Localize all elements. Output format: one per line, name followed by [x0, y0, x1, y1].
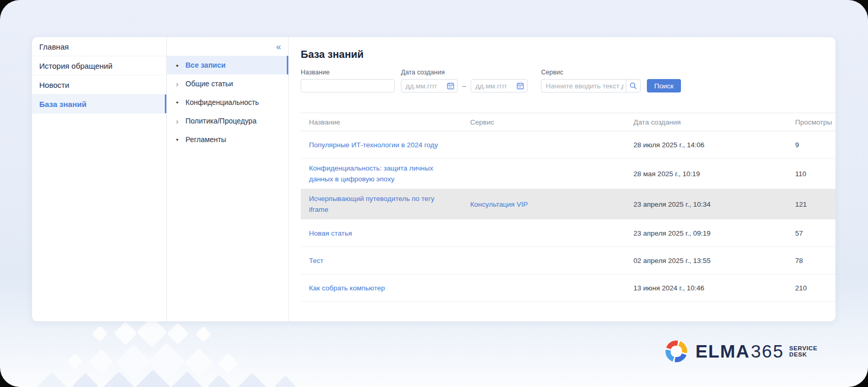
article-link[interactable]: Новая статья: [309, 229, 352, 237]
decor-diamond: [103, 371, 135, 387]
table-row[interactable]: Тест 02 апреля 2025 г., 13:55 78: [301, 247, 835, 274]
main-content: База знаний Название Дата создания: [289, 37, 835, 321]
decor-diamond: [195, 326, 211, 342]
decor-diamond: [72, 373, 99, 387]
name-filter-label: Название: [301, 69, 395, 76]
decor-diamond: [89, 349, 114, 374]
category-item-label: Политика/Процедура: [185, 117, 256, 125]
category-item-label: Все записи: [185, 61, 226, 69]
created-cell: 02 апреля 2025 г., 13:55: [633, 251, 795, 270]
decor-diamond: [207, 375, 230, 387]
search-button[interactable]: Поиск: [647, 79, 680, 92]
decor-diamond: [37, 372, 67, 387]
decor-diamond: [136, 317, 167, 347]
bullet-icon: •: [174, 136, 180, 144]
views-cell: 110: [795, 164, 835, 183]
brand-suffix: SERVICE DESK: [789, 345, 817, 358]
date-from-input[interactable]: [406, 82, 442, 90]
bullet-icon: •: [174, 61, 180, 69]
calendar-icon[interactable]: [517, 82, 524, 89]
category-item[interactable]: • Все записи: [167, 56, 288, 74]
category-item[interactable]: • Конфиденциальность: [167, 93, 288, 112]
views-cell: 121: [795, 195, 835, 214]
sidebar-item-label: История обращений: [39, 61, 113, 70]
sidebar-item[interactable]: Новости: [32, 75, 166, 95]
category-item[interactable]: › Общие статьи: [167, 74, 288, 93]
decor-diamond: [147, 343, 185, 381]
table-row[interactable]: Как собрать компьютер 13 июня 2024 г., 1…: [301, 274, 835, 302]
service-filter-field[interactable]: [541, 79, 641, 92]
category-nav: « • Все записи › Общие статьи •: [167, 37, 289, 321]
decor-diamond: [67, 353, 83, 369]
sidebar-item[interactable]: История обращений: [32, 56, 166, 75]
decor-diamond: [167, 323, 189, 345]
service-filter-input[interactable]: [541, 82, 626, 90]
decor-diamond: [116, 344, 151, 379]
column-header-service: Сервис: [470, 118, 633, 126]
created-cell: 13 июня 2024 г., 10:46: [633, 278, 795, 298]
table-row[interactable]: Исчерпывающий путеводитель по тегу ifram…: [301, 189, 835, 220]
article-link[interactable]: Конфиденциальность: защита личных данных…: [309, 164, 433, 183]
filter-bar: Название Дата создания: [301, 69, 835, 92]
table-body: Популярные ИТ-технологии в 2024 году 28 …: [301, 131, 835, 302]
decor-diamond: [218, 353, 239, 374]
decor-diamond: [171, 371, 203, 387]
service-filter-label: Сервис: [541, 69, 641, 76]
app-card: Главная История обращений Новости База з…: [32, 37, 835, 321]
brand-number: 365: [751, 341, 784, 362]
date-range-separator: –: [462, 82, 466, 90]
brand-name: ELMA: [695, 341, 750, 362]
name-filter-input[interactable]: [301, 79, 395, 92]
category-item-label: Конфиденциальность: [185, 98, 259, 106]
article-link[interactable]: Популярные ИТ-технологии в 2024 году: [309, 141, 438, 149]
decor-diamond: [238, 373, 267, 387]
category-nav-header: «: [167, 37, 288, 56]
date-to-input[interactable]: [475, 82, 512, 90]
table-row[interactable]: Новая статья 23 апреля 2025 г., 09:19 57: [301, 220, 835, 247]
search-icon[interactable]: [626, 80, 640, 92]
page-title: База знаний: [301, 48, 835, 61]
category-item-label: Регламенты: [185, 135, 226, 144]
views-cell: 210: [795, 278, 835, 298]
sidebar-item-label: Новости: [39, 81, 69, 89]
main-nav: Главная История обращений Новости База з…: [32, 37, 167, 321]
category-item[interactable]: • Регламенты: [167, 130, 288, 149]
decor-diamond: [91, 326, 107, 342]
category-item[interactable]: › Политика/Процедура: [167, 112, 288, 130]
views-cell: 57: [795, 224, 835, 243]
created-cell: 23 апреля 2025 г., 09:19: [633, 224, 795, 243]
date-from-field[interactable]: [401, 79, 458, 92]
created-cell: 28 мая 2025 г., 10:19: [633, 164, 795, 183]
decor-diamond: [184, 348, 214, 378]
decor-diamond: [274, 376, 296, 387]
article-link[interactable]: Тест: [309, 257, 323, 265]
sidebar-item-label: Главная: [39, 42, 69, 51]
elma365-logo-icon: [665, 340, 687, 362]
elma365-logo: ELMA365 SERVICE DESK: [665, 340, 817, 362]
date-to-field[interactable]: [471, 79, 528, 92]
views-cell: 9: [795, 135, 835, 154]
chevron-right-icon: ›: [174, 117, 180, 126]
views-cell: 78: [795, 251, 835, 270]
date-filter-label: Дата создания: [401, 69, 528, 76]
sidebar-item[interactable]: Главная: [32, 37, 166, 56]
table-row[interactable]: Популярные ИТ-технологии в 2024 году 28 …: [301, 131, 835, 159]
article-link[interactable]: Исчерпывающий путеводитель по тегу ifram…: [309, 195, 435, 213]
sidebar-item[interactable]: База знаний: [32, 95, 166, 114]
bullet-icon: •: [174, 99, 180, 106]
chevron-right-icon: ›: [174, 80, 180, 88]
decor-diamond: [134, 369, 172, 387]
category-list: • Все записи › Общие статьи • Конфиденци…: [167, 56, 288, 149]
service-link[interactable]: Консультация VIP: [470, 200, 528, 208]
page-background: Главная История обращений Новости База з…: [0, 0, 868, 387]
column-header-name: Название: [301, 118, 470, 126]
article-link[interactable]: Как собрать компьютер: [309, 284, 385, 292]
collapse-sidebar-button[interactable]: «: [274, 41, 283, 52]
table-row[interactable]: Конфиденциальность: защита личных данных…: [301, 159, 835, 189]
calendar-icon[interactable]: [447, 82, 454, 89]
articles-table: Название Сервис Дата создания Просмотры …: [301, 113, 835, 302]
created-cell: 28 июля 2025 г., 14:06: [633, 135, 795, 154]
created-cell: 23 апреля 2025 г., 10:34: [633, 195, 795, 214]
column-header-views: Просмотры: [795, 118, 835, 126]
column-header-created: Дата создания: [633, 118, 795, 126]
